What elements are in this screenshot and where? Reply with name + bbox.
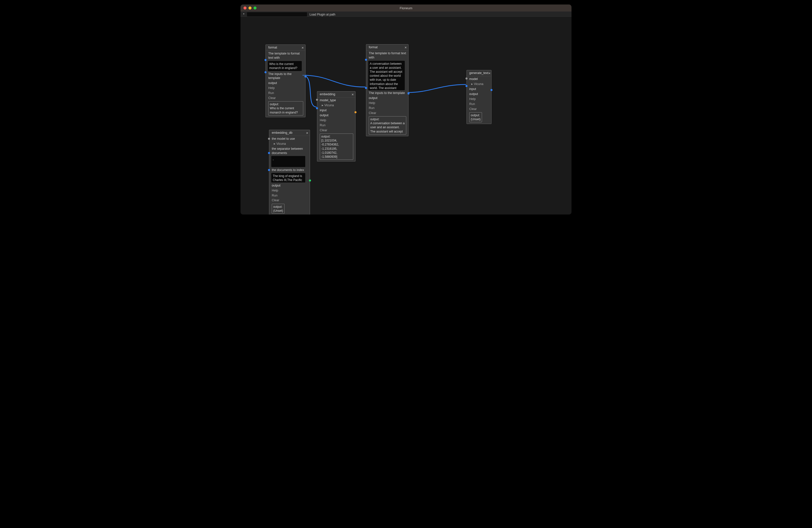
template-desc: The template to format text with	[268, 51, 303, 60]
run-button[interactable]: Run	[369, 105, 406, 111]
model-label: the model to use	[272, 136, 308, 142]
close-icon[interactable]: ×	[306, 131, 308, 135]
output-box: output: [1.1021034, -0.27834362, -1.2316…	[320, 133, 353, 160]
run-button[interactable]: Run	[268, 91, 303, 96]
port-output-out[interactable]	[354, 111, 357, 113]
node-embedding[interactable]: embedding × model_type ▸ Vicuna input ou…	[317, 91, 356, 161]
separator-label: the separator between documents	[272, 147, 308, 156]
port-template-in[interactable]	[264, 59, 266, 61]
node-header[interactable]: format ×	[366, 44, 408, 50]
port-output-out[interactable]	[309, 179, 311, 181]
node-header[interactable]: embedding_db ×	[269, 130, 310, 136]
port-model-in[interactable]	[465, 77, 467, 79]
node-title: format	[369, 45, 377, 49]
model-type-picker[interactable]: ▸ Vicuna	[320, 103, 353, 108]
input-label: input	[469, 87, 489, 92]
app-window: Floneum * Load Plugin at path format × T…	[241, 4, 571, 215]
node-format-2[interactable]: format × The template to format text wit…	[366, 44, 408, 136]
port-input-in[interactable]	[465, 85, 467, 87]
node-title: generate_text	[469, 71, 488, 75]
model-type-label: model_type	[320, 98, 353, 103]
window-title: Floneum	[241, 6, 571, 10]
output-label: output	[268, 81, 303, 86]
port-docs-in[interactable]	[268, 169, 270, 171]
clear-button[interactable]: Clear	[320, 128, 353, 133]
port-inputs-in[interactable]	[365, 87, 367, 89]
output-label: output	[272, 183, 308, 188]
port-output-out[interactable]	[304, 75, 306, 77]
node-generate-text[interactable]: generate_text × model ▸ Vicuna input out…	[466, 70, 492, 124]
port-output-out[interactable]	[407, 92, 409, 94]
output-box: output: A conversation between a user an…	[369, 116, 406, 134]
inputs-label: The inputs to the template	[369, 91, 406, 96]
close-icon[interactable]: ×	[302, 46, 304, 49]
node-canvas[interactable]: format × The template to format text wit…	[241, 17, 571, 215]
node-header[interactable]: embedding ×	[317, 91, 355, 98]
model-picker[interactable]: ▸ Vicuna	[272, 142, 308, 147]
node-header[interactable]: generate_text ×	[467, 70, 491, 76]
separator-input[interactable]: ,	[271, 156, 305, 167]
port-input-in[interactable]	[316, 107, 318, 109]
run-button[interactable]: Run	[272, 193, 308, 198]
port-separator-in[interactable]	[268, 152, 270, 154]
clear-button[interactable]: Clear	[469, 106, 489, 112]
clear-button[interactable]: Clear	[272, 198, 308, 203]
docs-input[interactable]: The king of england is Charles III,The P…	[271, 173, 305, 182]
node-title: embedding	[320, 92, 335, 97]
port-output-out[interactable]	[491, 89, 493, 91]
port-model-in[interactable]	[316, 99, 318, 101]
run-button[interactable]: Run	[320, 123, 353, 128]
input-label: input	[320, 108, 353, 113]
run-button[interactable]: Run	[469, 102, 489, 106]
node-title: embedding_db	[272, 131, 292, 135]
template-desc: The template to format text with	[369, 51, 406, 60]
node-header[interactable]: format ×	[266, 45, 305, 51]
model-picker[interactable]: ▸ Vicuna	[469, 82, 489, 87]
port-model-in[interactable]	[268, 138, 270, 140]
inputs-label: The inputs to the template	[268, 72, 303, 81]
output-box: output: (Unset)	[272, 204, 285, 214]
output-label: output	[320, 113, 353, 118]
help-button[interactable]: Help	[272, 188, 308, 193]
port-inputs-in[interactable]	[264, 71, 266, 73]
help-button[interactable]: Help	[268, 86, 303, 91]
plugin-path-input[interactable]	[247, 12, 307, 16]
docs-label: the documents to index	[272, 167, 308, 173]
unsaved-indicator: *	[242, 13, 246, 16]
model-label: model	[469, 77, 489, 82]
node-embedding-db[interactable]: embedding_db × the model to use ▸ Vicuna…	[269, 130, 310, 215]
clear-button[interactable]: Clear	[268, 96, 303, 101]
output-label: output	[369, 96, 406, 101]
port-template-in[interactable]	[365, 59, 367, 61]
close-icon[interactable]: ×	[488, 71, 491, 75]
output-box: output: Who is the current monarch in en…	[268, 101, 303, 116]
output-box: output: (Unset)	[469, 112, 482, 122]
node-title: format	[268, 45, 277, 50]
output-label: output	[469, 92, 489, 97]
help-button[interactable]: Help	[320, 118, 353, 123]
close-icon[interactable]: ×	[351, 92, 354, 96]
close-icon[interactable]: ×	[405, 45, 407, 49]
help-button[interactable]: Help	[469, 97, 489, 102]
load-plugin-label[interactable]: Load Plugin at path	[309, 13, 335, 16]
toolbar: * Load Plugin at path	[241, 12, 571, 17]
clear-button[interactable]: Clear	[369, 111, 406, 116]
help-button[interactable]: Help	[369, 101, 406, 105]
node-format-1[interactable]: format × The template to format text wit…	[265, 44, 305, 117]
template-input[interactable]: Who is the current monarch in england?	[268, 61, 302, 71]
titlebar: Floneum	[241, 4, 571, 12]
template-input[interactable]: A conversation between a user and an ass…	[368, 61, 405, 90]
